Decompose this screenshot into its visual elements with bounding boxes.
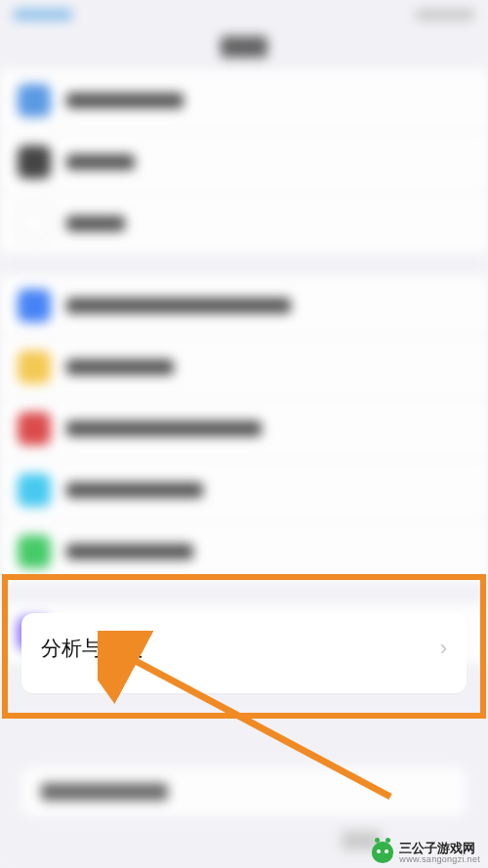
analysis-improvement-row[interactable]: 分析与改进 › bbox=[41, 635, 447, 662]
analysis-improvement-label: 分析与改进 bbox=[41, 635, 143, 662]
status-bar bbox=[0, 0, 488, 29]
list-item[interactable] bbox=[0, 336, 488, 397]
blurred-background bbox=[0, 0, 488, 868]
blurred-card bbox=[21, 767, 467, 816]
watermark-logo-icon bbox=[372, 842, 393, 863]
screen: 分析与改进 › 三公子游戏网 www.sangongzi.net bbox=[0, 0, 488, 868]
list-item[interactable] bbox=[0, 397, 488, 459]
settings-card: 分析与改进 › bbox=[21, 613, 467, 693]
list-item[interactable] bbox=[0, 131, 488, 192]
watermark-url: www.sangongzi.net bbox=[399, 855, 480, 864]
list-item[interactable] bbox=[0, 192, 488, 254]
list-item[interactable] bbox=[0, 70, 488, 131]
list-item[interactable] bbox=[0, 275, 488, 336]
nav-header bbox=[0, 29, 488, 64]
list-item[interactable] bbox=[0, 520, 488, 582]
highlight-section: 分析与改进 › bbox=[0, 574, 488, 719]
list-item[interactable] bbox=[0, 459, 488, 520]
chevron-right-icon: › bbox=[440, 636, 447, 661]
watermark-name: 三公子游戏网 bbox=[399, 842, 480, 855]
watermark: 三公子游戏网 www.sangongzi.net bbox=[372, 842, 480, 864]
